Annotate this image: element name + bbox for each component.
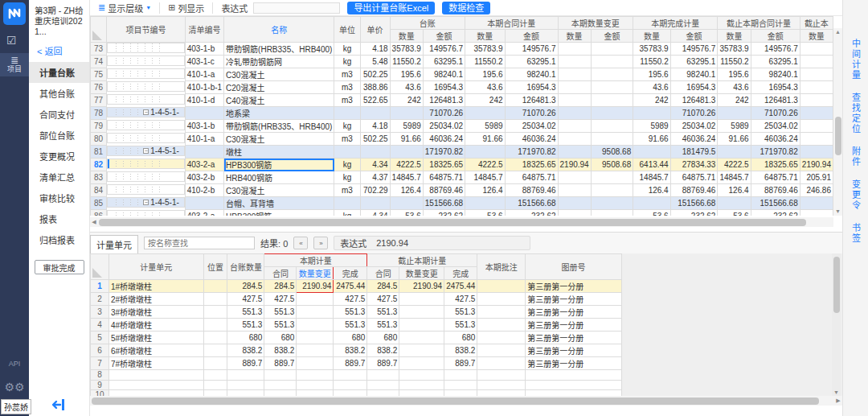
cell-cum_chg[interactable] <box>399 380 444 390</box>
tab-metering-unit[interactable]: 计量单元 <box>90 235 138 254</box>
cell-note[interactable] <box>477 306 526 319</box>
cell-cum_c[interactable]: 838.2 <box>367 344 399 357</box>
tree-cell[interactable] <box>107 68 184 79</box>
cell-cum_qty[interactable]: 43.6 <box>718 81 751 94</box>
rail-api-label[interactable]: API <box>0 360 29 368</box>
cell-l_qty[interactable]: 43.6 <box>390 81 423 94</box>
collapse-node-icon[interactable]: − <box>143 148 149 154</box>
cell-price[interactable]: 4.18 <box>360 120 390 133</box>
unit-row[interactable]: 55#桥墩墩柱680680680680680第三册第一分册 <box>91 332 622 344</box>
ledger-row[interactable]: 82403-2-aHPB300钢筋kg4.344222.518325.65422… <box>91 159 833 171</box>
cell-l_qty[interactable] <box>227 370 264 381</box>
cell-l_amt[interactable]: 16954.3 <box>423 81 465 94</box>
cell-cc_amt[interactable]: 25034.02 <box>505 120 558 133</box>
group-header-cum-cut[interactable]: 截止本 <box>800 17 833 30</box>
cell-l_qty[interactable]: 195.6 <box>390 68 423 81</box>
cell-cum_amt[interactable]: 126481.3 <box>751 94 800 107</box>
row-number[interactable]: 6 <box>91 344 109 357</box>
cell-done_qty[interactable]: 35783.9 <box>633 43 670 56</box>
cell-chg_qty[interactable] <box>558 120 591 133</box>
cell-done_amt[interactable]: 46036.24 <box>670 133 718 146</box>
cell-cum_qty[interactable]: 242 <box>718 94 751 107</box>
cell-code[interactable]: 410-1-a <box>185 68 223 81</box>
cell-l_amt[interactable]: 63295.1 <box>423 56 465 68</box>
cell-done_amt[interactable]: 71070.26 <box>670 107 718 120</box>
cell-chg_qty[interactable] <box>558 171 591 184</box>
cell-cum_done[interactable] <box>444 370 477 381</box>
unit-row[interactable]: 11#桥墩墩柱284.5284.52190.942475.44284.52190… <box>91 280 622 293</box>
cell-cc_amt[interactable]: 232.62 <box>505 210 558 216</box>
cell-price[interactable]: 5.48 <box>360 56 390 68</box>
ledger-row[interactable]: 85−1-4-5-1-台帽、耳背墙151566.68151566.6815156… <box>91 197 833 210</box>
cell-name[interactable]: 冷轧带肋钢筋网 <box>224 56 334 68</box>
cell-chg[interactable] <box>297 293 334 306</box>
cell-name[interactable]: 6#桥墩墩柱 <box>108 344 203 357</box>
cell-loc[interactable] <box>203 370 227 381</box>
cell-done_amt[interactable]: 25034.02 <box>670 120 718 133</box>
cell-cum_chg[interactable] <box>399 344 444 357</box>
cell-l_qty[interactable]: 889.7 <box>227 357 264 370</box>
cell-l_qty[interactable]: 680 <box>227 332 264 344</box>
cell-cut_qty[interactable]: 246.86 <box>800 184 833 197</box>
cell-name[interactable]: 1#桥墩墩柱 <box>108 280 203 293</box>
cell-code[interactable]: 410-1-d <box>185 94 223 107</box>
cell-cc_qty[interactable] <box>465 197 506 210</box>
cell-cc_qty[interactable] <box>465 107 506 120</box>
cell-chg_qty[interactable] <box>558 56 591 68</box>
cell-cc_qty[interactable]: 242 <box>465 94 506 107</box>
cell-chg_qty[interactable] <box>558 107 591 120</box>
rail-item-project[interactable]: ≣ 项目 <box>0 53 29 76</box>
cell-name[interactable]: 带肋钢筋(HRB335、HRB400) <box>224 120 334 133</box>
cell-l_qty[interactable]: 11550.2 <box>390 56 423 68</box>
cell-price[interactable]: 522.65 <box>360 94 390 107</box>
cell-unit[interactable]: m3 <box>334 94 360 107</box>
cell-chg_qty[interactable] <box>558 197 591 210</box>
cell-cum_amt[interactable]: 151566.68 <box>751 197 800 210</box>
cell-unit[interactable]: kg <box>334 120 360 133</box>
next-result-button[interactable]: » <box>313 237 328 249</box>
cell-cut_qty[interactable] <box>800 68 833 81</box>
cell-unit[interactable]: m3 <box>334 81 360 94</box>
cell-l_qty[interactable]: 242 <box>390 94 423 107</box>
cell-l_qty[interactable]: 5989 <box>390 120 423 133</box>
cell-unit[interactable]: m3 <box>334 68 360 81</box>
sidebar-item-变更概况[interactable]: 变更概况 <box>29 146 89 167</box>
collapse-node-icon[interactable]: − <box>143 109 149 115</box>
cell-price[interactable] <box>360 197 390 210</box>
row-number[interactable]: 8 <box>91 370 109 381</box>
cell-c_qty[interactable]: 838.2 <box>264 344 297 357</box>
cell-done_amt[interactable]: 88769.46 <box>670 184 718 197</box>
approve-complete-button[interactable]: 审批完成 <box>35 260 84 274</box>
export-excel-button[interactable]: 导出计量台账Excel <box>347 2 435 14</box>
unit-col-book[interactable]: 图册号 <box>526 254 622 280</box>
cell-c_qty[interactable] <box>264 380 297 390</box>
cell-c_qty[interactable] <box>264 370 297 381</box>
row-number[interactable]: 83 <box>91 171 107 184</box>
cell-code[interactable] <box>185 146 223 159</box>
group-header-cum-contract[interactable]: 截止本期合同计量 <box>718 17 800 30</box>
cell-note[interactable] <box>477 380 526 390</box>
row-number[interactable]: 84 <box>91 184 107 197</box>
cell-cum_done[interactable]: 551.3 <box>444 306 477 319</box>
col-header-code[interactable]: 清单编号 <box>185 17 223 43</box>
cell-chg_qty[interactable] <box>558 43 591 56</box>
expression-input[interactable] <box>253 2 340 14</box>
ledger-row[interactable]: 75410-1-aC30混凝土m3502.25195.698240.1195.6… <box>91 68 833 81</box>
cell-done_amt[interactable]: 149576.7 <box>670 43 718 56</box>
cell-l_amt[interactable]: 25034.02 <box>423 120 465 133</box>
row-number[interactable]: 73 <box>91 43 107 56</box>
cell-unit[interactable]: kg <box>334 210 360 216</box>
cell-book[interactable] <box>526 370 622 381</box>
cell-cc_amt[interactable]: 16954.3 <box>505 81 558 94</box>
cell-name[interactable]: 4#桥墩墩柱 <box>108 319 203 332</box>
cell-cum_qty[interactable]: 195.6 <box>718 68 751 81</box>
cell-cum_amt[interactable]: 98240.1 <box>751 68 800 81</box>
tree-cell[interactable] <box>107 43 184 53</box>
cell-done[interactable]: 427.5 <box>334 293 367 306</box>
cell-cc_amt[interactable]: 171970.82 <box>505 146 558 159</box>
cell-cut_qty[interactable]: 205.91 <box>800 171 833 184</box>
cell-cum_chg[interactable]: 2190.94 <box>399 280 444 293</box>
cell-cut_qty[interactable] <box>800 94 833 107</box>
tree-cell[interactable] <box>107 159 184 169</box>
sub-header-qty[interactable]: 数量 <box>718 30 751 43</box>
